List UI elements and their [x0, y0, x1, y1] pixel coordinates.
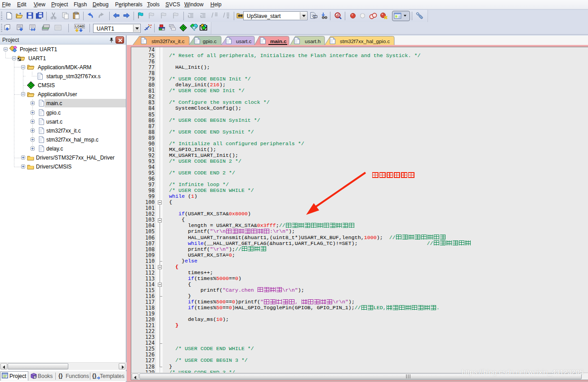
- svg-text:d: d: [336, 13, 339, 18]
- svg-text:LOAD: LOAD: [76, 25, 85, 28]
- svg-text:?: ?: [35, 376, 36, 379]
